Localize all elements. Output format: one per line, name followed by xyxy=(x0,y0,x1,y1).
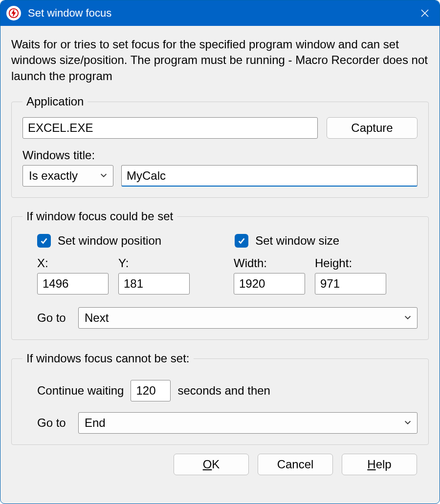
cancel-button[interactable]: Cancel xyxy=(258,454,333,475)
application-group: Application Capture Windows title: Is ex… xyxy=(11,95,429,198)
close-icon xyxy=(420,8,430,18)
height-input[interactable] xyxy=(315,273,386,294)
goto-fail-select[interactable]: End xyxy=(78,412,418,434)
set-size-label: Set window size xyxy=(255,234,339,248)
chevron-down-icon xyxy=(403,311,412,325)
goto-fail-label: Go to xyxy=(37,416,69,430)
window-title-input[interactable] xyxy=(121,165,418,187)
focus-fail-group: If windows focus cannot be set: Continue… xyxy=(11,352,429,445)
ok-button[interactable]: OK xyxy=(174,454,249,475)
height-label: Height: xyxy=(315,256,386,270)
focus-success-legend: If window focus could be set xyxy=(22,210,177,223)
help-button[interactable]: Help xyxy=(342,454,417,475)
y-input[interactable] xyxy=(118,273,190,294)
checkbox-checked-icon xyxy=(37,234,51,248)
width-input[interactable] xyxy=(234,273,305,294)
close-button[interactable] xyxy=(410,0,440,26)
goto-success-select[interactable]: Next xyxy=(78,307,418,329)
application-legend: Application xyxy=(22,95,88,108)
wait-seconds-input[interactable] xyxy=(131,380,171,401)
set-size-checkbox[interactable]: Set window size xyxy=(235,234,339,248)
chevron-down-icon xyxy=(99,169,108,183)
set-position-checkbox[interactable]: Set window position xyxy=(37,234,161,248)
title-match-mode-value: Is exactly xyxy=(29,169,78,183)
continue-waiting-label-pre: Continue waiting xyxy=(37,384,124,398)
capture-button[interactable]: Capture xyxy=(327,117,418,139)
chevron-down-icon xyxy=(403,416,412,430)
title-match-mode-select[interactable]: Is exactly xyxy=(22,165,113,187)
checkbox-checked-icon xyxy=(235,234,248,248)
x-input[interactable] xyxy=(37,273,109,294)
titlebar: Set window focus xyxy=(0,0,440,26)
focus-success-group: If window focus could be set Set window … xyxy=(11,210,429,340)
application-path-input[interactable] xyxy=(22,117,318,139)
focus-fail-legend: If windows focus cannot be set: xyxy=(22,352,194,365)
window-title: Set window focus xyxy=(28,7,410,20)
width-label: Width: xyxy=(234,256,305,270)
continue-waiting-label-post: seconds and then xyxy=(177,384,270,398)
app-icon xyxy=(6,6,21,21)
goto-fail-value: End xyxy=(85,416,106,430)
x-label: X: xyxy=(37,256,109,270)
set-position-label: Set window position xyxy=(58,234,161,248)
windows-title-label: Windows title: xyxy=(22,148,418,162)
goto-success-label: Go to xyxy=(37,311,69,325)
y-label: Y: xyxy=(118,256,190,270)
goto-success-value: Next xyxy=(85,311,109,325)
description-text: Waits for or tries to set focus for the … xyxy=(11,37,429,84)
